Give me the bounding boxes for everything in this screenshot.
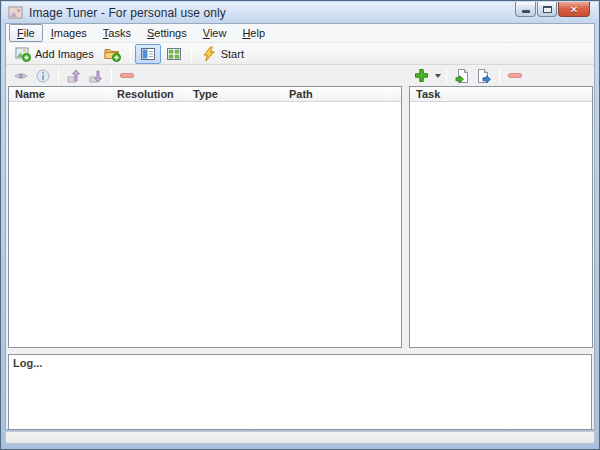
close-icon: ✕ — [570, 3, 578, 16]
app-icon — [8, 5, 24, 20]
add-task-dropdown[interactable] — [432, 66, 442, 85]
column-header-task[interactable]: Task — [416, 88, 440, 100]
add-task-icon — [414, 68, 429, 83]
move-up-button[interactable] — [63, 66, 85, 85]
menu-label: iew — [210, 27, 227, 39]
menu-item-tasks[interactable]: Tasks — [95, 24, 139, 42]
view-thumbnails-button[interactable] — [161, 44, 187, 64]
add-folder-button[interactable] — [99, 44, 126, 64]
save-task-button[interactable] — [473, 66, 495, 85]
remove-task-button[interactable] — [504, 66, 526, 85]
window-controls: ✕ — [514, 2, 590, 17]
minimize-icon — [522, 10, 530, 13]
add-images-button[interactable]: Add Images — [10, 44, 99, 64]
menu-item-help[interactable]: Help — [234, 24, 273, 42]
file-list-header: Name Resolution Type Path — [9, 87, 401, 102]
task-toolbar — [410, 66, 526, 85]
menu-label: asks — [108, 27, 131, 39]
menu-label: ettings — [154, 27, 186, 39]
open-task-icon — [454, 68, 470, 84]
menu-label: V — [203, 27, 210, 39]
column-divider[interactable] — [388, 88, 389, 100]
column-divider[interactable] — [283, 88, 284, 100]
move-up-icon — [66, 69, 82, 83]
app-window: Image Tuner - For personal use only ✕ Fi… — [0, 0, 600, 450]
toolbar-separator — [446, 68, 447, 84]
toolbar-separator — [58, 68, 59, 84]
move-down-icon — [88, 69, 104, 83]
move-down-button[interactable] — [85, 66, 107, 85]
toolbar-separator — [499, 68, 500, 84]
chevron-down-icon — [435, 74, 441, 78]
status-bar — [5, 431, 595, 444]
column-divider[interactable] — [187, 88, 188, 100]
maximize-icon — [543, 6, 552, 13]
view-details-icon — [140, 46, 156, 62]
save-task-icon — [476, 68, 492, 84]
menu-item-view[interactable]: View — [195, 24, 235, 42]
menu-label: ile — [24, 27, 35, 39]
remove-image-button[interactable] — [116, 66, 138, 85]
log-panel[interactable]: Log... — [8, 354, 592, 430]
file-list-panel: Name Resolution Type Path — [8, 86, 402, 348]
log-label: Log... — [13, 357, 42, 369]
task-panel-header: Task — [410, 87, 592, 102]
open-task-button[interactable] — [451, 66, 473, 85]
column-header-type[interactable]: Type — [193, 88, 218, 100]
column-header-path[interactable]: Path — [289, 88, 313, 100]
add-images-icon — [15, 46, 31, 62]
maximize-button[interactable] — [537, 2, 557, 17]
menu-item-images[interactable]: Images — [43, 24, 95, 42]
toolbar-separator — [191, 46, 192, 62]
toolbar-separator — [111, 68, 112, 84]
file-list-body[interactable] — [9, 103, 401, 347]
start-button[interactable]: Start — [196, 44, 249, 64]
close-button[interactable]: ✕ — [558, 2, 590, 17]
start-label: Start — [221, 48, 244, 60]
column-header-resolution[interactable]: Resolution — [117, 88, 174, 100]
menu-item-file[interactable]: File — [9, 24, 43, 42]
menu-label: elp — [250, 27, 265, 39]
client-area: File Images Tasks Settings View Help — [5, 23, 595, 430]
preview-button[interactable] — [10, 66, 32, 85]
titlebar[interactable]: Image Tuner - For personal use only ✕ — [2, 2, 598, 23]
window-title: Image Tuner - For personal use only — [29, 6, 226, 20]
view-details-button[interactable] — [135, 44, 161, 64]
main-toolbar: Add Images — [6, 43, 594, 65]
task-panel: Task — [409, 86, 593, 348]
view-thumbnails-icon — [166, 46, 182, 62]
image-info-button[interactable] — [32, 66, 54, 85]
toolbar-separator — [130, 46, 131, 62]
lightning-icon — [201, 46, 217, 62]
menu-label: mages — [54, 27, 87, 39]
minimize-button[interactable] — [515, 2, 536, 17]
task-panel-body[interactable] — [410, 103, 592, 347]
column-header-name[interactable]: Name — [15, 88, 45, 100]
info-icon — [36, 69, 50, 83]
menu-item-settings[interactable]: Settings — [139, 24, 195, 42]
secondary-toolbar — [6, 65, 594, 86]
menu-label: F — [17, 27, 24, 39]
menu-bar: File Images Tasks Settings View Help — [6, 24, 594, 43]
eye-icon — [13, 70, 29, 82]
remove-task-icon — [508, 73, 522, 78]
column-divider[interactable] — [111, 88, 112, 100]
add-images-label: Add Images — [35, 48, 94, 60]
add-folder-icon — [104, 46, 121, 62]
remove-icon — [120, 73, 134, 78]
add-task-button[interactable] — [410, 66, 432, 85]
